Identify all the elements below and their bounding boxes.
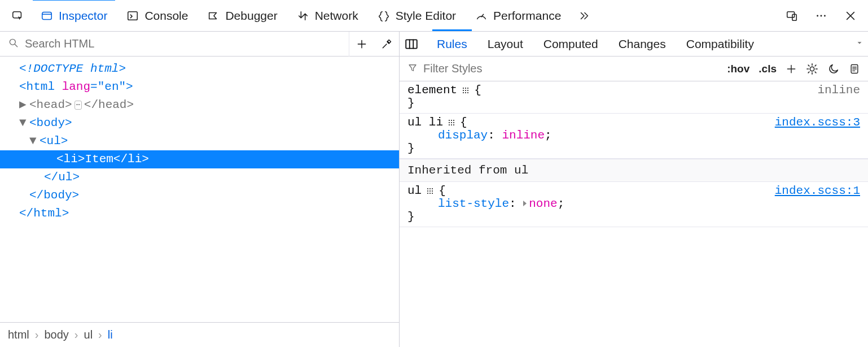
dom-li[interactable]: <li>Item</li> [0, 150, 399, 168]
svg-point-13 [465, 88, 466, 89]
tab-network[interactable]: Network [289, 5, 366, 27]
rule-source-link[interactable]: index.scss:3 [775, 116, 860, 129]
panes-icon [404, 37, 419, 51]
tab-inspector[interactable]: Inspector [33, 5, 115, 27]
cls-button[interactable]: .cls [759, 63, 777, 75]
search-html-input[interactable] [25, 37, 341, 50]
filter-styles-bar: :hov .cls [400, 57, 868, 81]
meatball-menu-button[interactable] [809, 5, 833, 27]
tab-computed[interactable]: Computed [541, 34, 600, 54]
responsive-design-button[interactable] [780, 5, 804, 27]
breadcrumb-body[interactable]: body [44, 328, 68, 341]
eyedropper-button[interactable] [374, 32, 399, 57]
dom-ul-open[interactable]: ▼ <ul> [0, 132, 399, 150]
css-value[interactable]: none [529, 197, 557, 210]
toggle-3pane-button[interactable] [404, 37, 419, 51]
svg-rect-1 [42, 12, 52, 19]
chevron-double-right-icon [578, 10, 590, 22]
tab-console-label: Console [144, 9, 188, 23]
rule-source-inline: inline [817, 84, 860, 97]
svg-rect-0 [13, 11, 21, 18]
overflow-tabs-button[interactable] [572, 5, 596, 27]
rule-element[interactable]: element { inline } [400, 81, 868, 114]
grip-icon [462, 86, 470, 94]
css-property[interactable]: display [438, 129, 488, 142]
filter-styles-input[interactable] [423, 62, 721, 75]
tab-styleeditor[interactable]: Style Editor [370, 5, 464, 27]
filter-icon [407, 63, 418, 75]
pick-element-button[interactable] [6, 5, 29, 27]
tab-performance[interactable]: Performance [467, 5, 569, 27]
svg-point-29 [453, 124, 454, 125]
css-property[interactable]: list-style [438, 197, 509, 210]
svg-point-36 [427, 193, 428, 194]
svg-point-28 [451, 124, 452, 125]
rule-ul-li[interactable]: ul li { index.scss:3 display: inline; } [400, 114, 868, 159]
dom-head[interactable]: ▶ <head>⋯</head> [0, 96, 399, 114]
performance-icon [475, 10, 488, 22]
svg-point-22 [451, 120, 452, 121]
dom-html-close[interactable]: </html> [0, 205, 399, 223]
svg-point-19 [465, 92, 466, 93]
breadcrumb-ul[interactable]: ul [84, 328, 93, 341]
rule-source-link[interactable]: index.scss:1 [775, 184, 860, 197]
console-icon [126, 10, 139, 22]
svg-point-10 [810, 67, 814, 71]
chevron-right-icon: › [35, 328, 39, 341]
svg-point-14 [467, 88, 468, 89]
dom-ul-close[interactable]: </ul> [0, 168, 399, 186]
close-devtools-button[interactable] [839, 5, 862, 27]
tab-rules[interactable]: Rules [435, 34, 470, 54]
svg-point-27 [449, 124, 450, 125]
tab-layout[interactable]: Layout [485, 34, 525, 54]
tab-console[interactable]: Console [119, 5, 196, 27]
svg-point-38 [432, 193, 433, 194]
tab-debugger-label: Debugger [225, 9, 277, 23]
expand-triangle-icon[interactable] [523, 201, 527, 206]
svg-point-37 [429, 193, 431, 194]
rule-ul[interactable]: ul { index.scss:1 list-style: none; } [400, 182, 868, 227]
svg-point-31 [429, 188, 431, 189]
add-rule-button[interactable] [786, 63, 797, 75]
svg-point-32 [432, 188, 433, 189]
svg-point-26 [453, 122, 454, 123]
svg-point-18 [463, 92, 464, 93]
inherited-from-header: Inherited from ul [400, 159, 868, 182]
pseudo-hov-button[interactable]: :hov [727, 63, 749, 75]
svg-point-25 [451, 122, 452, 123]
print-icon [849, 63, 860, 75]
dark-scheme-button[interactable] [827, 63, 840, 75]
grip-icon [426, 187, 434, 195]
tab-debugger[interactable]: Debugger [199, 5, 285, 27]
pick-element-icon [11, 10, 24, 22]
tab-network-label: Network [315, 9, 358, 23]
add-element-button[interactable] [349, 32, 374, 57]
svg-point-35 [432, 190, 433, 192]
dom-tree[interactable]: <!DOCTYPE html> <html lang="en"> ▶ <head… [0, 57, 399, 322]
dom-body-open[interactable]: ▼ <body> [0, 114, 399, 132]
dom-html-open[interactable]: <html lang="en"> [0, 78, 399, 96]
dom-body-close[interactable]: </body> [0, 186, 399, 205]
light-scheme-button[interactable] [806, 63, 818, 75]
svg-point-12 [463, 88, 464, 89]
grip-icon [448, 119, 455, 127]
plus-icon [786, 63, 797, 75]
svg-point-17 [467, 90, 468, 91]
tabs-dropdown-button[interactable] [856, 39, 863, 49]
inspector-icon [41, 10, 53, 22]
collapse-triangle-icon[interactable]: ▼ [19, 114, 28, 132]
breadcrumb-html[interactable]: html [8, 328, 29, 341]
expand-triangle-icon[interactable]: ▶ [19, 96, 28, 114]
print-media-button[interactable] [849, 63, 860, 75]
breadcrumb-li[interactable]: li [108, 328, 113, 341]
tab-performance-label: Performance [493, 9, 561, 23]
dom-doctype[interactable]: <!DOCTYPE html> [0, 60, 399, 78]
ellipsis-icon[interactable]: ⋯ [74, 101, 82, 110]
svg-point-21 [449, 120, 450, 121]
collapse-triangle-icon[interactable]: ▼ [29, 132, 38, 150]
breadcrumb: html › body › ul › li [0, 322, 399, 347]
more-horizontal-icon [815, 10, 827, 22]
css-value[interactable]: inline [502, 129, 545, 142]
tab-compatibility[interactable]: Compatibility [684, 34, 756, 54]
tab-changes[interactable]: Changes [616, 34, 668, 54]
